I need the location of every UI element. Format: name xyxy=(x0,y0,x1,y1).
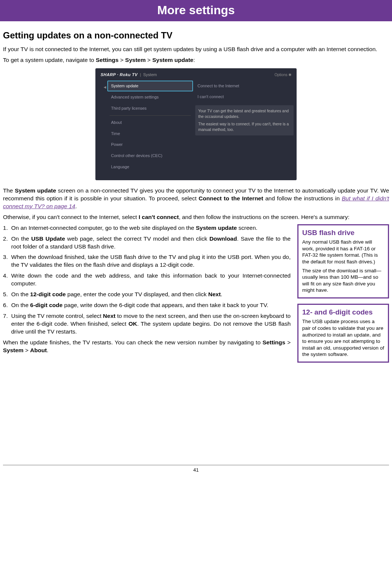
tv-logo: SHARP · Roku TV xyxy=(101,72,137,78)
tv-menu-item: Time xyxy=(107,128,193,139)
tv-menu-left: System update Advanced system settings T… xyxy=(107,81,193,173)
step-item: On the USB Update web page, select the c… xyxy=(3,235,291,251)
callout-usb-flash-drive: USB flash drive Any normal USB flash dri… xyxy=(297,224,389,298)
step-item: On the 6-digit code page, write down the… xyxy=(3,301,291,309)
intro-paragraph-2: To get a system update, navigate to Sett… xyxy=(3,56,389,64)
page-number: 41 xyxy=(193,467,199,473)
body-paragraph: Otherwise, if you can't connect to the I… xyxy=(3,213,389,221)
section-title: Getting updates on a non-connected TV xyxy=(3,29,389,41)
tv-menu-item: Control other devices (CEC) xyxy=(107,150,193,161)
chevron-left-icon: ◂ xyxy=(102,81,107,173)
step-item: Write down the code and the web address,… xyxy=(3,272,291,288)
tv-menu-item: Power xyxy=(107,139,193,150)
page-footer: 41 xyxy=(3,465,389,473)
step-item: On an Internet-connected computer, go to… xyxy=(3,224,291,232)
tv-menu-right: Connect to the Internet I can't connect … xyxy=(193,81,294,173)
callout-text: The size of the download is small—usuall… xyxy=(302,268,384,294)
callout-digit-codes: 12- and 6-digit codes The USB update pro… xyxy=(297,304,389,363)
callout-text: The USB update process uses a pair of co… xyxy=(302,318,384,357)
callout-text: Any normal USB flash drive will work, pr… xyxy=(302,239,384,265)
tv-info-box: Your TV can get the latest and greatest … xyxy=(195,105,294,135)
intro-paragraph-1: If your TV is not connected to the Inter… xyxy=(3,46,389,53)
tv-menu-item: Language xyxy=(107,162,193,172)
body-paragraph: The System update screen on a non-connec… xyxy=(3,187,389,210)
tv-menu-item: Advanced system settings xyxy=(107,92,193,103)
tv-options-label: Options ✱ xyxy=(275,72,291,78)
tv-right-item: Connect to the Internet xyxy=(195,81,294,91)
tv-breadcrumb: System xyxy=(143,72,157,78)
steps-list: On an Internet-connected computer, go to… xyxy=(3,224,291,336)
page-banner: More settings xyxy=(0,0,392,21)
callout-title: USB flash drive xyxy=(302,228,384,238)
tv-menu-item-selected: System update xyxy=(107,81,193,91)
closing-paragraph: When the update finishes, the TV restart… xyxy=(3,339,291,354)
tv-screenshot: SHARP · Roku TV | System Options ✱ ◂ Sys… xyxy=(3,68,389,180)
step-item: Using the TV remote control, select Next… xyxy=(3,312,291,336)
tv-menu-item: About xyxy=(107,117,193,128)
tv-separator: | xyxy=(140,72,141,78)
step-item: On the 12-digit code page, enter the cod… xyxy=(3,291,291,298)
tv-menu-item: Third party licenses xyxy=(107,103,193,114)
tv-right-item: I can't connect xyxy=(195,91,294,102)
callout-title: 12- and 6-digit codes xyxy=(302,308,384,317)
step-item: When the download finished, take the USB… xyxy=(3,253,291,269)
